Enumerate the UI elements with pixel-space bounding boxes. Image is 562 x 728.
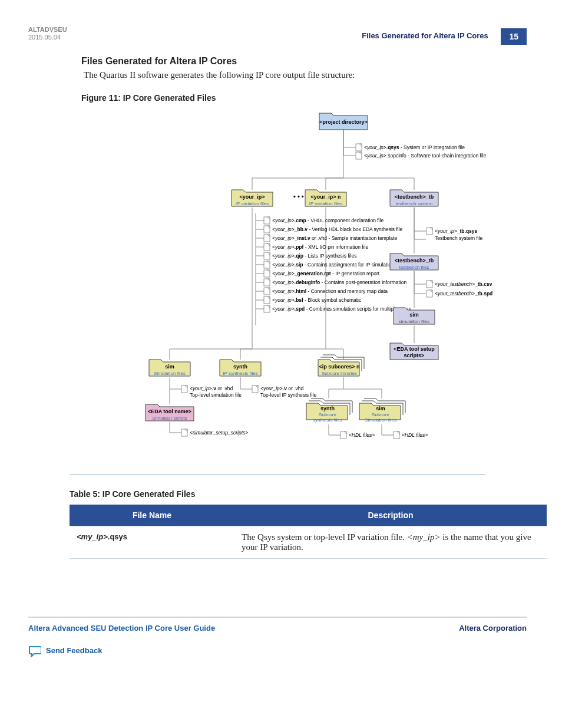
- section-title: Files Generated for Altera IP Cores: [81, 56, 527, 67]
- svg-text:testbench files: testbench files: [399, 265, 429, 270]
- node-sim-tb: sim: [409, 312, 419, 318]
- running-title: Files Generated for Altera IP Cores: [362, 31, 488, 40]
- svg-text:<your_ip>.sopcinfo - Software : <your_ip>.sopcinfo - Software tool-chain…: [364, 153, 487, 159]
- svg-text:<your_ip>.qip - Lists IP synth: <your_ip>.qip - Lists IP synthesis files: [272, 253, 356, 259]
- svg-text:Simulator scripts: Simulator scripts: [152, 416, 187, 421]
- svg-text:<your_ip>.spd - Combines simul: <your_ip>.spd - Combines simulation scri…: [272, 306, 411, 312]
- page-number: 15: [501, 28, 527, 45]
- svg-text:<your_ip>.bsf - Block symbol s: <your_ip>.bsf - Block symbol schematic: [272, 297, 362, 303]
- svg-text:IP synthesis files: IP synthesis files: [223, 371, 257, 376]
- header-right: Files Generated for Altera IP Cores 15: [362, 28, 527, 45]
- svg-text:<your_testbench>_tb.spd: <your_testbench>_tb.spd: [435, 291, 492, 297]
- file-list-edatool: <simulator_setup_scripts>: [181, 429, 248, 436]
- file-list-synth: <your_ip>.v or .vhd Top-level IP synthes…: [252, 386, 317, 398]
- svg-text:<your_ip>.v or .vhd: <your_ip>.v or .vhd: [260, 386, 304, 391]
- svg-text:IP variation files: IP variation files: [236, 201, 269, 206]
- section-body: The Quartus II software generates the fo…: [84, 70, 527, 80]
- header-left: ALTADVSEU 2015.05.04: [28, 26, 67, 41]
- svg-text:<your_ip>_inst.v or .vhd - Sam: <your_ip>_inst.v or .vhd - Sample instan…: [272, 235, 397, 241]
- file-list-sim: <your_ip>.v or .vhd Top-level simulation…: [181, 386, 242, 398]
- file-list-subsynth: <HDL files>: [340, 431, 375, 439]
- svg-text:IP variation files: IP variation files: [309, 201, 342, 206]
- svg-text:<your_ip>.debuginfo - Contains: <your_ip>.debuginfo - Contains post-gene…: [272, 279, 406, 285]
- col-description: Description: [234, 505, 547, 526]
- node-tb: <testbench>_tb: [395, 194, 434, 200]
- table-caption: Table 5: IP Core Generated Files: [70, 489, 527, 499]
- node-ipsub: <ip subcores> n: [319, 364, 359, 370]
- file-list-root: <your_ip>.qsys - System or IP integratio…: [356, 144, 487, 159]
- node-eda-tool: <EDA tool name>: [148, 409, 191, 414]
- svg-text:<HDL files>: <HDL files>: [402, 432, 428, 438]
- svg-text:<your_ip>_tb.qsys: <your_ip>_tb.qsys: [435, 228, 478, 234]
- svg-text:<your_ip>.ppf - XML I/O pin in: <your_ip>.ppf - XML I/O pin information …: [272, 244, 368, 250]
- svg-text:scripts>: scripts>: [404, 353, 425, 358]
- svg-text:<your_ip>.sip - Contains assin: <your_ip>.sip - Contains assingments for…: [272, 262, 404, 268]
- figure-caption: Figure 11: IP Core Generated Files: [81, 93, 527, 103]
- file-list-tb2: <your_testbench>_tb.csv <your_testbench>…: [427, 281, 492, 297]
- file-list-subsim: <HDL files>: [394, 431, 428, 439]
- svg-text:Subcore: Subcore: [319, 412, 336, 417]
- node-sim: sim: [165, 364, 174, 370]
- svg-text:testbench system: testbench system: [396, 201, 433, 206]
- svg-text:synthesis files: synthesis files: [313, 417, 342, 423]
- svg-text:<simulator_setup_scripts>: <simulator_setup_scripts>: [190, 430, 248, 436]
- col-file-name: File Name: [70, 505, 234, 526]
- svg-text:Simulation files: Simulation files: [154, 371, 186, 376]
- node-tb2: <testbench>_tb: [395, 258, 434, 263]
- feedback-label: Send Feedback: [46, 646, 102, 655]
- svg-text:<your_testbench>_tb.csv: <your_testbench>_tb.csv: [435, 281, 492, 287]
- svg-text:<your_ip>.v or .vhd: <your_ip>.v or .vhd: [190, 386, 233, 391]
- node-sub-synth: synth: [320, 406, 335, 411]
- table-row: <my_ip>.qsys The Qsys system or top-leve…: [70, 526, 547, 559]
- svg-text:Subcore: Subcore: [372, 412, 389, 417]
- svg-text:<HDL files>: <HDL files>: [349, 432, 375, 438]
- footer: Altera Corporation Altera Advanced SEU D…: [28, 617, 527, 657]
- node-proj-dir: <project directory>: [319, 119, 368, 125]
- file-list-ip: <your_ip>.cmp - VHDL component declarati…: [264, 217, 411, 312]
- svg-text:<your_ip>.cmp - VHDL component: <your_ip>.cmp - VHDL component declarati…: [272, 218, 384, 223]
- svg-text:simulation files: simulation files: [399, 319, 429, 324]
- node-eda-setup: <EDA tool setup: [394, 346, 435, 352]
- footer-left[interactable]: Altera Advanced SEU Detection IP Core Us…: [28, 624, 215, 633]
- svg-text:Subcore libraries: Subcore libraries: [322, 371, 357, 376]
- svg-text:<your_ip>.html - Connection an: <your_ip>.html - Connection and memory m…: [272, 288, 388, 294]
- doc-code: ALTADVSEU: [28, 26, 67, 33]
- file-list-tb: <your_ip>_tb.qsys Testbench system file: [427, 228, 483, 241]
- node-your-ip-n: <your_ip> n: [310, 194, 340, 200]
- footer-right: Altera Corporation: [459, 624, 527, 633]
- svg-text:Top-level IP synthesis file: Top-level IP synthesis file: [260, 392, 317, 398]
- svg-text:Testbench system file: Testbench system file: [435, 235, 483, 241]
- generated-files-table: File Name Description <my_ip>.qsys The Q…: [70, 505, 547, 559]
- svg-text:Top-level simulation file: Top-level simulation file: [190, 392, 242, 398]
- node-synth: synth: [233, 364, 247, 370]
- send-feedback-link[interactable]: Send Feedback: [28, 645, 527, 657]
- diagram: <project directory> <your_ip>.qsys - Sys…: [70, 107, 485, 475]
- node-your-ip: <your_ip>: [239, 194, 265, 200]
- svg-text:<your_ip>_bb.v - Verilog HDL b: <your_ip>_bb.v - Verilog HDL black box E…: [272, 226, 403, 232]
- doc-date: 2015.05.04: [28, 34, 61, 41]
- speech-bubble-icon: [28, 645, 41, 657]
- svg-text:Simulation files: Simulation files: [365, 417, 396, 423]
- svg-text:<your_ip>.qsys - System or IP : <your_ip>.qsys - System or IP integratio…: [364, 144, 465, 150]
- section: Files Generated for Altera IP Cores The …: [81, 56, 527, 80]
- svg-text:<your_ip>_generation.rpt - IP : <your_ip>_generation.rpt - IP generation…: [272, 271, 380, 276]
- node-sub-sim: sim: [376, 406, 385, 411]
